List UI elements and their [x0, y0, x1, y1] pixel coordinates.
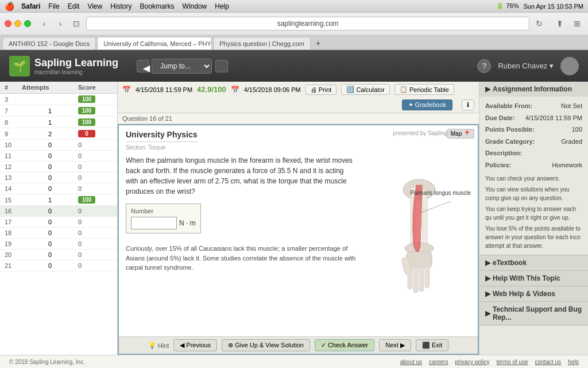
close-window-button[interactable]: [5, 20, 11, 27]
col-num-header: #: [5, 84, 22, 91]
help-topic-section: ▶ Help With This Topic: [479, 271, 588, 286]
new-tab-plus-button[interactable]: +: [312, 37, 324, 49]
menu-history[interactable]: History: [110, 2, 131, 10]
map-button[interactable]: Map 📍: [447, 129, 474, 139]
minimize-window-button[interactable]: [14, 20, 21, 27]
show-tab-overview-button[interactable]: ⊡: [70, 17, 83, 30]
question-row[interactable]: 7 1 100: [0, 105, 117, 117]
question-score: 0: [78, 240, 113, 247]
calculator-icon: 🔢: [346, 86, 354, 93]
menu-edit[interactable]: Edit: [68, 2, 80, 10]
question-score: 0: [78, 262, 113, 269]
web-help-header[interactable]: ▶ Web Help & Videos: [479, 286, 588, 301]
number-input[interactable]: [131, 217, 177, 229]
score-badge: 0: [78, 141, 82, 148]
question-number: 16: [5, 208, 22, 214]
score-badge: 100: [78, 107, 95, 114]
user-name[interactable]: Ruben Chavez ▾: [498, 62, 554, 70]
prev-nav-button[interactable]: ◀: [137, 60, 149, 72]
question-attempts: 0: [22, 174, 78, 181]
policy-text-3: You can keep trying to answer each qu un…: [485, 205, 582, 222]
question-row[interactable]: 14 0 0: [0, 183, 117, 194]
user-avatar[interactable]: [560, 57, 579, 75]
gradebook-button[interactable]: ✦ Gradebook: [402, 99, 452, 110]
print-button[interactable]: 🖨 Print: [305, 85, 337, 95]
question-score: 0: [78, 251, 113, 258]
question-attempts: 0: [22, 208, 78, 214]
tab-1[interactable]: University of California, Merced – PHYS …: [97, 37, 212, 49]
new-tab-button[interactable]: ⊞: [571, 17, 583, 30]
question-row[interactable]: 19 0 0: [0, 239, 117, 250]
info-button[interactable]: ℹ: [462, 99, 474, 110]
contact-link[interactable]: contact us: [535, 359, 562, 365]
menu-file[interactable]: File: [48, 2, 59, 10]
question-row[interactable]: 10 0 0: [0, 140, 117, 151]
browser-toolbar: ‹ › ⊡ saplinglearning.com ↻ ⬆ ⊞: [0, 13, 588, 34]
question-list-header: # Attempts Score: [0, 82, 117, 94]
question-row[interactable]: 20 0 0: [0, 250, 117, 260]
question-row[interactable]: 21 0 0: [0, 260, 117, 271]
about-link[interactable]: about us: [400, 359, 422, 365]
menu-window[interactable]: Window: [183, 2, 207, 10]
question-row[interactable]: 15 1 100: [0, 194, 117, 206]
assignment-info-header[interactable]: ▶ Assignment Information: [479, 82, 588, 97]
question-row[interactable]: 18 0 0: [0, 228, 117, 239]
question-attempts: 0: [22, 262, 78, 269]
hint-button[interactable]: 💡 Hint: [148, 342, 169, 349]
score-badge: 0: [78, 218, 82, 225]
question-row[interactable]: 12 0 0: [0, 162, 117, 172]
tab-2[interactable]: Physics question | Chegg.com: [213, 37, 311, 49]
due-date-row: Due Date: 4/15/2018 11:59 PM: [485, 113, 582, 124]
question-score: 100: [78, 107, 113, 114]
question-row[interactable]: 13 0 0: [0, 172, 117, 183]
tab-0[interactable]: ANTHRO 152 - Google Docs: [2, 37, 96, 49]
check-answer-button[interactable]: ✓ Check Answer: [315, 339, 374, 351]
question-score: 100: [78, 95, 113, 103]
jump-to-select[interactable]: Jump to...: [152, 59, 212, 74]
question-row[interactable]: 17 0 0: [0, 217, 117, 228]
question-row[interactable]: 8 1 100: [0, 117, 117, 128]
assignment-info-section: ▶ Assignment Information Available From:…: [479, 82, 588, 255]
question-number: 21: [5, 262, 22, 269]
give-up-button[interactable]: ⊗ Give Up & View Solution: [222, 339, 310, 351]
periodic-table-button[interactable]: 📋 Periodic Table: [394, 84, 454, 95]
menu-safari[interactable]: Safari: [21, 2, 40, 10]
back-button[interactable]: ‹: [38, 17, 51, 30]
next-button[interactable]: Next ▶: [379, 339, 411, 351]
share-button[interactable]: ⬆: [554, 17, 566, 30]
menu-view[interactable]: View: [87, 2, 102, 10]
privacy-link[interactable]: privacy policy: [455, 359, 489, 365]
menu-bookmarks[interactable]: Bookmarks: [140, 2, 175, 10]
next-nav-button[interactable]: [215, 60, 228, 72]
reload-button[interactable]: ↻: [533, 17, 546, 30]
careers-link[interactable]: careers: [429, 359, 448, 365]
help-topic-header[interactable]: ▶ Help With This Topic: [479, 271, 588, 286]
question-row[interactable]: 3 100: [0, 94, 117, 105]
question-frame: University Physics Section: Torque prese…: [118, 124, 479, 355]
forward-button[interactable]: ›: [54, 17, 67, 30]
address-bar[interactable]: saplinglearning.com: [86, 17, 529, 30]
web-help-arrow: ▶: [485, 290, 490, 298]
help-button[interactable]: ?: [477, 59, 491, 73]
number-label: Number: [131, 208, 196, 214]
maximize-window-button[interactable]: [24, 20, 31, 27]
previous-button[interactable]: ◀ Previous: [173, 339, 217, 351]
apple-menu[interactable]: 🍎: [5, 2, 14, 11]
question-attempts: 1: [22, 119, 78, 126]
question-row[interactable]: 11 0 0: [0, 151, 117, 162]
question-score: 100: [78, 196, 113, 204]
terms-link[interactable]: terms of use: [496, 359, 528, 365]
help-link[interactable]: help: [568, 359, 579, 365]
unit-label: N · m: [179, 219, 196, 227]
menu-help[interactable]: Help: [215, 2, 229, 10]
points-label: Points Possible:: [485, 125, 535, 135]
exit-button[interactable]: ⬛ Exit: [416, 339, 448, 351]
question-row[interactable]: 16 0 0: [0, 206, 117, 217]
score-badge: 0: [78, 251, 82, 258]
question-row[interactable]: 9 2 0: [0, 128, 117, 140]
etextbook-header[interactable]: ▶ eTextbook: [479, 255, 588, 270]
calculator-button[interactable]: 🔢 Calculator: [341, 84, 390, 95]
assignment-info-label: Assignment Information: [493, 85, 572, 93]
points-row: Points Possible: 100: [485, 125, 582, 135]
tech-support-header[interactable]: ▶ Technical Support and Bug Rep...: [479, 302, 588, 325]
